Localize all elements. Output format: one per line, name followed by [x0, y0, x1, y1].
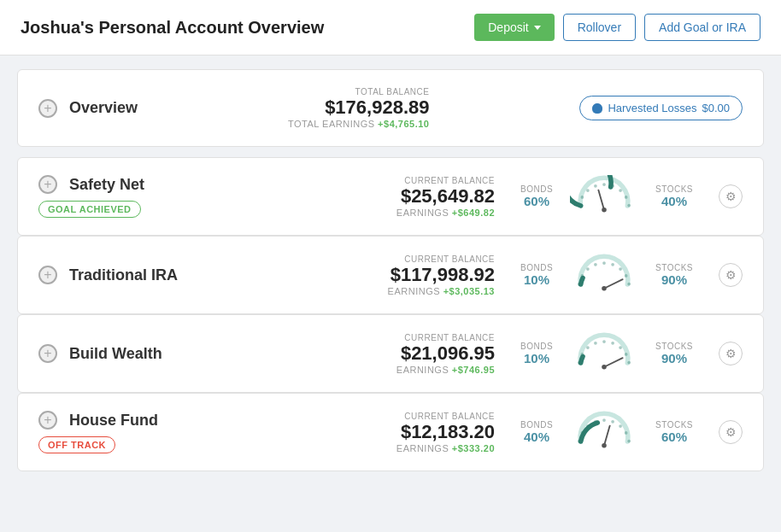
stocks-pct-2: 90%: [655, 351, 693, 365]
harvested-value: $0.00: [702, 102, 730, 114]
svg-point-17: [619, 267, 622, 271]
svg-point-4: [602, 183, 606, 186]
svg-point-25: [594, 342, 597, 345]
svg-point-21: [602, 286, 607, 291]
header-actions: Deposit Rollover Add Goal or IRA: [474, 14, 760, 41]
goal-settings-button-2[interactable]: ⚙: [719, 342, 743, 365]
gauge-0: [570, 175, 638, 218]
svg-point-10: [602, 208, 607, 213]
svg-point-22: [578, 361, 581, 365]
total-balance-amount: $176,928.89: [288, 96, 429, 119]
goal-card-0: + Safety Net GOAL ACHIEVED CURRENT BALAN…: [17, 157, 764, 236]
svg-point-11: [578, 283, 581, 286]
goal-name-0: Safety Net: [69, 176, 144, 194]
gauge-2: [570, 332, 638, 375]
svg-line-9: [598, 190, 604, 210]
svg-point-19: [627, 283, 631, 286]
goal-earnings-3: +$333.20: [452, 443, 495, 453]
goal-allocation-3: BONDS 40% STOCKS 60%: [520, 411, 693, 453]
goal-balance-section-1: CURRENT BALANCE $117,998.92 EARNINGS +$3…: [388, 254, 495, 296]
goal-achieved-badge: GOAL ACHIEVED: [38, 201, 141, 218]
goal-cards-list: + Safety Net GOAL ACHIEVED CURRENT BALAN…: [17, 157, 764, 471]
goal-balance-2: $21,096.95: [396, 342, 495, 365]
goal-allocation-1: BONDS 10% STOCKS 90%: [520, 254, 693, 296]
stocks-pct-3: 60%: [655, 430, 693, 444]
goal-expand-button-2[interactable]: +: [38, 344, 57, 363]
goal-card-1: + Traditional IRA CURRENT BALANCE $117,9…: [17, 236, 764, 314]
goal-allocation-2: BONDS 10% STOCKS 90%: [520, 332, 693, 375]
svg-point-35: [586, 424, 590, 428]
gauge-3: [570, 411, 638, 453]
overview-left: + Overview: [38, 99, 138, 118]
goal-earnings-0: +$649.82: [452, 208, 495, 218]
total-earnings-value: +$4,765.10: [378, 119, 429, 129]
harvested-label: Harvested Losses: [608, 102, 696, 114]
svg-point-27: [611, 342, 614, 345]
goal-settings-button-1[interactable]: ⚙: [719, 263, 743, 287]
overview-balance-section: TOTAL BALANCE $176,928.89 TOTAL EARNINGS…: [288, 87, 429, 129]
total-earnings-row: TOTAL EARNINGS +$4,765.10: [288, 119, 429, 129]
svg-point-5: [611, 184, 614, 188]
bonds-pct-0: 60%: [520, 194, 553, 208]
svg-point-37: [602, 418, 606, 422]
main-content: + Overview TOTAL BALANCE $176,928.89 TOT…: [0, 56, 781, 485]
bonds-pct-1: 10%: [520, 272, 553, 287]
svg-line-42: [604, 426, 610, 446]
overview-expand-button[interactable]: +: [38, 99, 57, 118]
goal-balance-3: $12,183.20: [396, 421, 495, 443]
svg-point-39: [619, 424, 622, 428]
goal-card-2: + Build Wealth CURRENT BALANCE $21,096.9…: [17, 314, 764, 393]
add-goal-button[interactable]: Add Goal or IRA: [644, 14, 760, 41]
overview-name: Overview: [69, 99, 138, 117]
svg-point-43: [602, 443, 607, 448]
goal-settings-button-3[interactable]: ⚙: [719, 420, 743, 444]
svg-point-23: [581, 353, 584, 356]
goal-name-3: House Fund: [69, 412, 158, 430]
goal-name-2: Build Wealth: [69, 345, 162, 363]
svg-point-0: [578, 204, 581, 208]
svg-point-6: [619, 189, 622, 192]
goal-balance-section-0: CURRENT BALANCE $25,649.82 EARNINGS +$64…: [396, 176, 495, 218]
svg-point-40: [625, 431, 628, 435]
svg-point-18: [625, 274, 628, 278]
harvested-losses-badge: Harvested Losses $0.00: [579, 96, 743, 120]
svg-point-12: [581, 274, 584, 278]
stocks-pct-0: 40%: [655, 194, 693, 208]
svg-point-36: [594, 420, 597, 424]
svg-point-29: [625, 353, 628, 356]
svg-point-1: [581, 196, 584, 199]
svg-point-7: [625, 196, 628, 199]
goal-expand-button-3[interactable]: +: [38, 411, 57, 430]
goal-expand-button-1[interactable]: +: [38, 266, 57, 284]
svg-line-20: [604, 279, 623, 289]
gauge-1: [570, 254, 638, 296]
goal-earnings-2: +$746.95: [452, 365, 495, 375]
goal-earnings-1: +$3,035.13: [443, 286, 495, 296]
svg-point-28: [619, 346, 622, 349]
bonds-pct-2: 10%: [520, 351, 553, 365]
goal-balance-1: $117,998.92: [388, 264, 495, 286]
page-header: Joshua's Personal Account Overview Depos…: [0, 0, 781, 56]
goal-settings-button-0[interactable]: ⚙: [719, 184, 743, 208]
goal-expand-button-0[interactable]: +: [38, 175, 57, 194]
page-title: Joshua's Personal Account Overview: [21, 18, 324, 38]
svg-point-13: [586, 267, 590, 271]
goal-balance-0: $25,649.82: [396, 185, 495, 208]
rollover-button[interactable]: Rollover: [563, 14, 636, 41]
goal-name-1: Traditional IRA: [69, 266, 178, 284]
svg-point-24: [586, 346, 590, 349]
svg-point-38: [611, 420, 614, 424]
svg-point-14: [594, 263, 597, 266]
svg-point-33: [578, 440, 581, 443]
deposit-button[interactable]: Deposit: [474, 14, 554, 41]
svg-point-26: [602, 340, 606, 343]
goal-allocation-0: BONDS 60% STOCKS 40%: [520, 175, 693, 218]
stocks-pct-1: 90%: [655, 272, 693, 287]
svg-point-8: [627, 204, 631, 208]
deposit-dropdown-arrow: [534, 26, 541, 30]
svg-point-30: [627, 361, 631, 365]
total-balance-label: TOTAL BALANCE: [288, 87, 429, 96]
svg-point-41: [627, 440, 631, 443]
goal-card-3: + House Fund OFF TRACK CURRENT BALANCE $…: [17, 393, 764, 471]
svg-line-31: [604, 358, 623, 367]
